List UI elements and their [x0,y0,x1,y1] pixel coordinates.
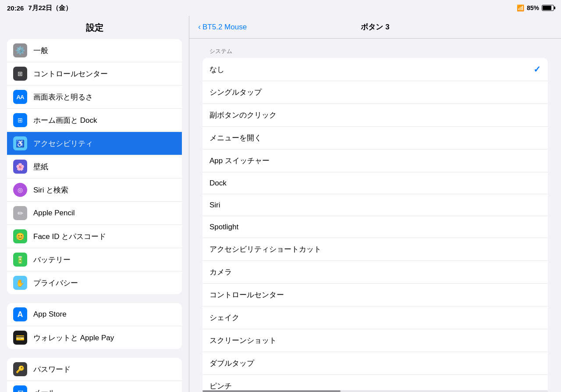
mail-icon: ✉ [13,385,27,392]
wallpaper-label: 壁紙 [33,162,48,172]
option-nashi-check: ✓ [533,64,541,75]
battery-percent: 85% [527,4,539,11]
option-shake-label: シェイク [209,313,239,323]
status-bar: 20:26 7月22日（金） 📶 85% [0,0,561,16]
sidebar-item-wallpaper[interactable]: 🌸 壁紙 [7,155,182,178]
sidebar-item-wallet[interactable]: 💳 ウォレットと Apple Pay [7,326,182,349]
sidebar-item-accessibility[interactable]: ♿ アクセシビリティ [7,132,182,155]
sidebar-item-mail[interactable]: ✉ メール [7,381,182,392]
option-dock[interactable]: Dock [202,172,548,194]
option-accessibility-shortcut[interactable]: アクセシビリティショートカット [202,238,548,261]
option-spotlight[interactable]: Spotlight [202,216,548,238]
wifi-icon: 📶 [517,4,524,11]
option-nashi[interactable]: なし ✓ [202,58,548,81]
option-double-tap-label: ダブルタップ [209,358,254,368]
battery-fill [543,6,551,10]
accessibility-label: アクセシビリティ [33,139,93,149]
wallpaper-icon: 🌸 [13,160,27,174]
option-control-center-label: コントロールセンター [209,290,284,300]
password-label: パスワード [33,364,71,374]
option-dock-label: Dock [209,179,227,188]
display-label: 画面表示と明るさ [33,92,93,102]
right-panel: ‹ BT5.2 Mouse ボタン 3 システム なし ✓ シングルタップ 副ボ… [189,16,561,392]
sidebar-item-general[interactable]: ⚙️ 一般 [7,39,182,62]
system-section-header: システム [202,47,548,58]
sidebar-item-password[interactable]: 🔑 パスワード [7,358,182,381]
option-open-menu[interactable]: メニューを開く [202,127,548,150]
option-double-tap[interactable]: ダブルタップ [202,352,548,375]
date: 7月22日（金） [28,4,72,12]
privacy-icon: ✋ [13,276,27,290]
option-camera-label: カメラ [209,267,232,277]
accessibility-icon: ♿ [13,136,27,150]
option-open-menu-label: メニューを開く [209,133,262,143]
option-pinch-label: ピンチ [209,381,232,390]
option-app-switcher-label: App スイッチャー [209,156,270,166]
scroll-indicator [202,390,548,392]
option-shake[interactable]: シェイク [202,306,548,329]
option-accessibility-shortcut-label: アクセシビリティショートカット [209,244,321,254]
back-button[interactable]: ‹ BT5.2 Mouse [198,22,247,32]
siri-label: Siri と検索 [33,185,68,195]
sidebar-item-appstore[interactable]: A App Store [7,303,182,326]
sidebar-item-faceid[interactable]: 😊 Face ID とパスコード [7,225,182,248]
general-label: 一般 [33,46,48,56]
sidebar-section-bot: 🔑 パスワード ✉ メール 👤 連絡先 [7,358,182,392]
mail-label: メール [33,388,56,392]
sidebar-title: 設定 [0,16,189,39]
apple-pencil-label: Apple Pencil [33,209,75,217]
faceid-icon: 😊 [13,229,27,243]
time: 20:26 [7,4,24,12]
battery-settings-icon: 🔋 [13,253,27,267]
page-title: ボタン 3 [361,22,389,32]
status-bar-left: 20:26 7月22日（金） [7,4,72,12]
option-spotlight-label: Spotlight [209,223,238,232]
option-screenshot[interactable]: スクリーンショット [202,329,548,352]
right-content: システム なし ✓ シングルタップ 副ボタンのクリック メニューを開く App … [189,39,561,390]
home-dock-label: ホーム画面と Dock [33,115,97,125]
sidebar: 設定 ⚙️ 一般 ⊞ コントロールセンター AA 画面表示と明るさ ⊞ ホーム画… [0,16,189,392]
sidebar-section-mid: A App Store 💳 ウォレットと Apple Pay [7,303,182,349]
siri-icon: ◎ [13,183,27,197]
appstore-icon: A [13,307,27,321]
general-icon: ⚙️ [13,43,27,57]
wallet-icon: 💳 [13,331,27,345]
privacy-label: プライバシー [33,278,78,288]
apple-pencil-icon: ✏ [13,206,27,220]
options-list: なし ✓ シングルタップ 副ボタンのクリック メニューを開く App スイッチャ… [202,58,548,390]
right-header: ‹ BT5.2 Mouse ボタン 3 [189,16,561,39]
sidebar-item-display[interactable]: AA 画面表示と明るさ [7,86,182,109]
scroll-thumb [202,390,341,392]
sidebar-item-control-center[interactable]: ⊞ コントロールセンター [7,62,182,86]
back-label: BT5.2 Mouse [202,23,247,32]
password-icon: 🔑 [13,362,27,376]
option-pinch[interactable]: ピンチ [202,375,548,390]
sidebar-item-apple-pencil[interactable]: ✏ Apple Pencil [7,202,182,225]
sidebar-item-battery[interactable]: 🔋 バッテリー [7,248,182,271]
sidebar-section-top: ⚙️ 一般 ⊞ コントロールセンター AA 画面表示と明るさ ⊞ ホーム画面と … [7,39,182,294]
back-chevron-icon: ‹ [198,22,201,32]
sidebar-item-siri[interactable]: ◎ Siri と検索 [7,178,182,202]
display-icon: AA [13,90,27,104]
option-siri[interactable]: Siri [202,194,548,216]
main-layout: 設定 ⚙️ 一般 ⊞ コントロールセンター AA 画面表示と明るさ ⊞ ホーム画… [0,16,561,392]
option-nashi-label: なし [209,64,224,75]
option-single-tap[interactable]: シングルタップ [202,81,548,104]
appstore-label: App Store [33,310,67,319]
option-sub-btn-click[interactable]: 副ボタンのクリック [202,104,548,127]
sidebar-item-home-dock[interactable]: ⊞ ホーム画面と Dock [7,109,182,132]
option-camera[interactable]: カメラ [202,261,548,284]
option-app-switcher[interactable]: App スイッチャー [202,150,548,172]
home-dock-icon: ⊞ [13,113,27,127]
option-single-tap-label: シングルタップ [209,87,262,97]
battery-label: バッテリー [33,255,71,265]
faceid-label: Face ID とパスコード [33,232,106,242]
option-siri-label: Siri [209,201,220,210]
option-control-center[interactable]: コントロールセンター [202,284,548,306]
control-center-label: コントロールセンター [33,69,108,79]
control-center-icon: ⊞ [13,67,27,81]
sidebar-item-privacy[interactable]: ✋ プライバシー [7,271,182,294]
wallet-label: ウォレットと Apple Pay [33,333,114,343]
option-sub-btn-click-label: 副ボタンのクリック [209,110,277,120]
option-screenshot-label: スクリーンショット [209,335,277,346]
